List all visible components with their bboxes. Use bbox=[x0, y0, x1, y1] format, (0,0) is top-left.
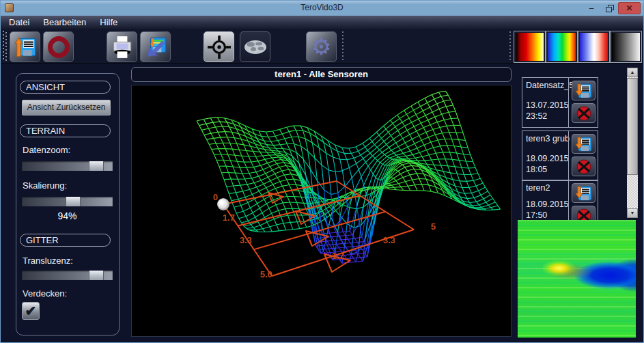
axis-label-bottom-0: 1.7 bbox=[332, 251, 344, 261]
viewport-title: teren1 - Alle Sensoren bbox=[131, 67, 512, 82]
menu-hilfe[interactable]: Hilfe bbox=[93, 16, 124, 29]
export-floppy-icon bbox=[143, 35, 168, 59]
menu-bearbeiten[interactable]: Bearbeiten bbox=[36, 16, 93, 29]
dataset-actions bbox=[568, 131, 598, 180]
dataset-heatmap-preview bbox=[518, 220, 636, 338]
dataset-time: 18:05 bbox=[526, 165, 547, 174]
datenzoom-label: Datenzoom: bbox=[23, 145, 70, 155]
scrollbar-down-icon[interactable]: ▼ bbox=[627, 208, 638, 218]
toolbar-separator bbox=[342, 31, 344, 62]
dataset-load-button[interactable] bbox=[572, 134, 596, 154]
dataset-name: teren3 grub bbox=[526, 134, 570, 143]
load-floppy-icon bbox=[575, 185, 593, 202]
axis-label-left-3: 5.0 bbox=[260, 269, 272, 279]
dataset-delete-button[interactable] bbox=[572, 103, 596, 123]
open-floppy-icon bbox=[13, 35, 38, 59]
crosshair-icon bbox=[207, 35, 232, 59]
world-map-icon bbox=[242, 37, 268, 57]
dataset-load-button[interactable] bbox=[572, 183, 596, 203]
titlebar: TeroVido3D – ✕ bbox=[1, 1, 643, 16]
menubar: Datei Bearbeiten Hilfe bbox=[1, 16, 643, 29]
toolbar-grip[interactable] bbox=[3, 31, 7, 61]
dataset-name: teren2 bbox=[526, 183, 550, 193]
export-image-button[interactable] bbox=[140, 31, 171, 62]
terrain-group-label: TERRAIN bbox=[20, 124, 111, 137]
verdecken-label: Verdecken: bbox=[23, 288, 67, 299]
gitter-group-label: GITTER bbox=[20, 234, 111, 247]
reset-view-button[interactable]: Ansicht Zurücksetzen bbox=[22, 100, 111, 115]
dataset-name: Datensatz_5 bbox=[526, 81, 574, 90]
minimize-button[interactable]: – bbox=[583, 2, 600, 14]
settings-button[interactable]: ⚙ bbox=[306, 31, 337, 62]
plot3d-canvas[interactable] bbox=[132, 85, 512, 338]
verdecken-checkbox[interactable]: ✔ bbox=[22, 302, 40, 320]
skalierung-slider-handle[interactable] bbox=[66, 197, 81, 206]
dataset-actions bbox=[568, 78, 598, 127]
delete-icon bbox=[576, 159, 592, 175]
dataset-time: 17:50 bbox=[526, 210, 547, 220]
axis-label-left-1: 1.7 bbox=[223, 212, 235, 223]
restore-button[interactable] bbox=[601, 2, 617, 14]
app-window: TeroVido3D – ✕ Datei Bearbeiten Hilfe bbox=[0, 0, 644, 343]
viewport-3d[interactable]: 0 1.7 3.3 5.0 1.7 3.3 5 bbox=[131, 85, 512, 337]
axis-label-bottom-2: 5 bbox=[431, 221, 436, 232]
print-button[interactable] bbox=[107, 31, 137, 62]
scrollbar-thumb[interactable] bbox=[627, 78, 638, 175]
datenzoom-slider[interactable] bbox=[22, 161, 113, 171]
axis-label-left-2: 3.3 bbox=[240, 235, 252, 245]
sidebar-panel: ANSICHT Ansicht Zurücksetzen TERRAIN Dat… bbox=[16, 73, 120, 335]
transluzenz-label: Transluzenz: bbox=[23, 256, 73, 266]
menu-datei[interactable]: Datei bbox=[2, 16, 36, 29]
datenzoom-slider-handle[interactable] bbox=[89, 161, 104, 171]
record-icon bbox=[48, 36, 70, 58]
close-button[interactable]: ✕ bbox=[618, 2, 641, 14]
dataset-scrollbar[interactable]: ▲ ▼ bbox=[627, 68, 638, 218]
dataset-load-button[interactable] bbox=[572, 81, 596, 100]
axis-label-bottom-1: 3.3 bbox=[383, 235, 395, 245]
ansicht-group-label: ANSICHT bbox=[20, 81, 111, 94]
axis-label-left-0: 0 bbox=[213, 192, 218, 202]
dataset-item[interactable]: teren3 grub 18.09.2015 18:05 bbox=[522, 131, 598, 181]
palette-grayscale-button[interactable] bbox=[611, 31, 641, 62]
palette-rainbow-button[interactable] bbox=[546, 31, 577, 62]
transluzenz-slider-handle[interactable] bbox=[89, 271, 104, 280]
load-floppy-icon bbox=[575, 83, 593, 99]
dataset-date: 18.09.2015 bbox=[526, 200, 569, 209]
dataset-delete-button[interactable] bbox=[572, 156, 596, 176]
dataset-date: 18.09.2015 bbox=[526, 154, 569, 163]
printer-icon bbox=[110, 35, 135, 59]
dataset-time: 23:52 bbox=[526, 111, 547, 121]
palette-blue-white-red-button[interactable] bbox=[578, 31, 609, 62]
window-title: TeroVido3D bbox=[1, 3, 643, 12]
toolbar-separator-2 bbox=[509, 31, 511, 62]
skalierung-slider[interactable] bbox=[22, 197, 113, 206]
open-file-button[interactable] bbox=[10, 31, 40, 62]
gear-icon: ⚙ bbox=[311, 36, 332, 58]
center-view-button[interactable] bbox=[204, 31, 234, 62]
palette-heat-button[interactable] bbox=[514, 31, 545, 62]
skalierung-readout: 94% bbox=[22, 210, 113, 221]
minimize-icon: – bbox=[589, 3, 594, 13]
toolbar: ⚙ bbox=[1, 29, 643, 64]
restore-icon bbox=[606, 5, 613, 12]
load-floppy-icon bbox=[575, 136, 593, 152]
scrollbar-up-icon[interactable]: ▲ bbox=[627, 68, 638, 77]
dataset-date: 13.07.2015 bbox=[526, 100, 569, 110]
content-area: ANSICHT Ansicht Zurücksetzen TERRAIN Dat… bbox=[1, 64, 643, 342]
record-button[interactable] bbox=[43, 31, 74, 62]
close-icon: ✕ bbox=[626, 3, 632, 13]
dataset-item[interactable]: Datensatz_5 13.07.2015 23:52 bbox=[522, 77, 598, 128]
map-view-button[interactable] bbox=[240, 31, 270, 62]
transluzenz-slider[interactable] bbox=[22, 271, 113, 280]
skalierung-label: Skalierung: bbox=[23, 180, 67, 191]
delete-icon bbox=[576, 105, 592, 122]
